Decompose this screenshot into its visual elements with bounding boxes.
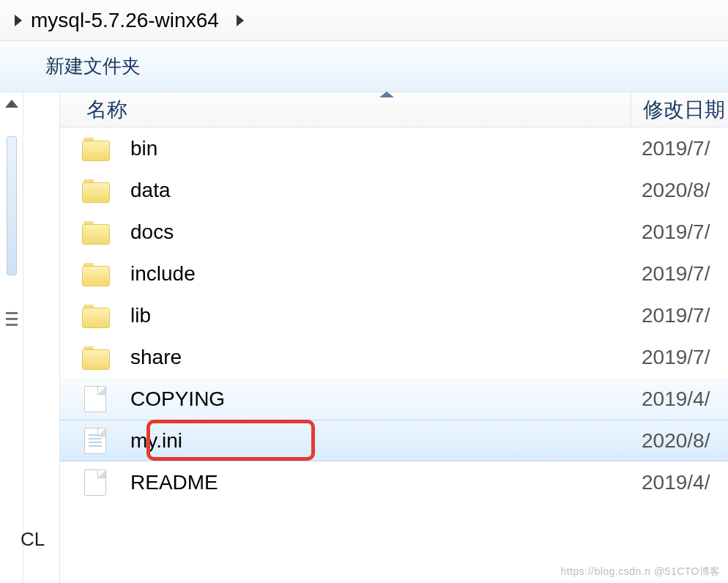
file-list-pane: 名称 修改日期 bin2019/7/data2020/8/docs2019/7/… [60, 92, 728, 583]
column-modified[interactable]: 修改日期 [631, 96, 728, 124]
new-folder-button[interactable]: 新建文件夹 [45, 53, 141, 79]
toolbar: 新建文件夹 [0, 41, 728, 92]
file-date: 2019/7/ [630, 137, 728, 160]
tree-pane: CL [23, 92, 60, 583]
tree-item-partial[interactable]: CL [21, 528, 45, 551]
ini-file-icon [84, 428, 106, 454]
file-name: docs [130, 220, 630, 244]
file-row[interactable]: lib2019/7/ [60, 294, 728, 336]
folder-icon [82, 305, 108, 327]
column-headers: 名称 修改日期 [60, 92, 728, 127]
folder-icon [82, 138, 108, 160]
watermark: https://blog.csdn.n @51CTO博客 [560, 565, 721, 579]
scroll-thumb[interactable] [7, 136, 17, 275]
chevron-right-icon[interactable] [237, 15, 244, 26]
file-date: 2019/4/ [630, 471, 728, 494]
file-row[interactable]: include2019/7/ [60, 253, 728, 294]
file-date: 2020/8/ [630, 179, 728, 202]
file-date: 2019/7/ [630, 304, 728, 327]
file-date: 2019/7/ [630, 220, 728, 244]
scroll-up-icon[interactable] [5, 100, 18, 108]
file-icon [84, 469, 106, 496]
file-name: include [130, 262, 630, 286]
tree-scrollbar[interactable] [0, 92, 23, 583]
file-name: share [130, 346, 630, 369]
breadcrumb-current[interactable]: mysql-5.7.26-winx64 [31, 9, 219, 32]
breadcrumb[interactable]: mysql-5.7.26-winx64 [0, 0, 728, 41]
file-name: bin [130, 137, 630, 160]
file-name: README [130, 471, 630, 494]
file-name: my.ini [130, 429, 630, 453]
file-row[interactable]: README2019/4/ [60, 461, 728, 503]
folder-icon [82, 346, 108, 368]
file-name: COPYING [130, 387, 630, 411]
column-name[interactable]: 名称 [60, 92, 631, 127]
file-row[interactable]: docs2019/7/ [60, 211, 728, 253]
main-area: CL 名称 修改日期 bin2019/7/data2020/8/docs2019… [0, 92, 728, 583]
file-name: data [130, 179, 630, 202]
file-row[interactable]: data2020/8/ [60, 169, 728, 211]
file-icon [84, 386, 106, 412]
file-row[interactable]: COPYING2019/4/ [60, 378, 728, 420]
file-date: 2019/7/ [630, 346, 728, 369]
scroll-grip-icon [6, 312, 18, 326]
file-date: 2020/8/ [630, 429, 728, 453]
folder-icon [82, 179, 108, 201]
file-name: lib [130, 304, 630, 327]
file-date: 2019/7/ [630, 262, 728, 286]
file-row[interactable]: bin2019/7/ [60, 127, 728, 169]
folder-icon [82, 263, 108, 285]
sort-ascending-icon [379, 92, 394, 97]
file-date: 2019/4/ [630, 387, 728, 411]
folder-icon [82, 221, 108, 243]
file-row[interactable]: my.ini2020/8/ [60, 420, 728, 461]
chevron-right-icon [15, 15, 22, 26]
file-row[interactable]: share2019/7/ [60, 336, 728, 378]
file-rows: bin2019/7/data2020/8/docs2019/7/include2… [60, 127, 728, 503]
